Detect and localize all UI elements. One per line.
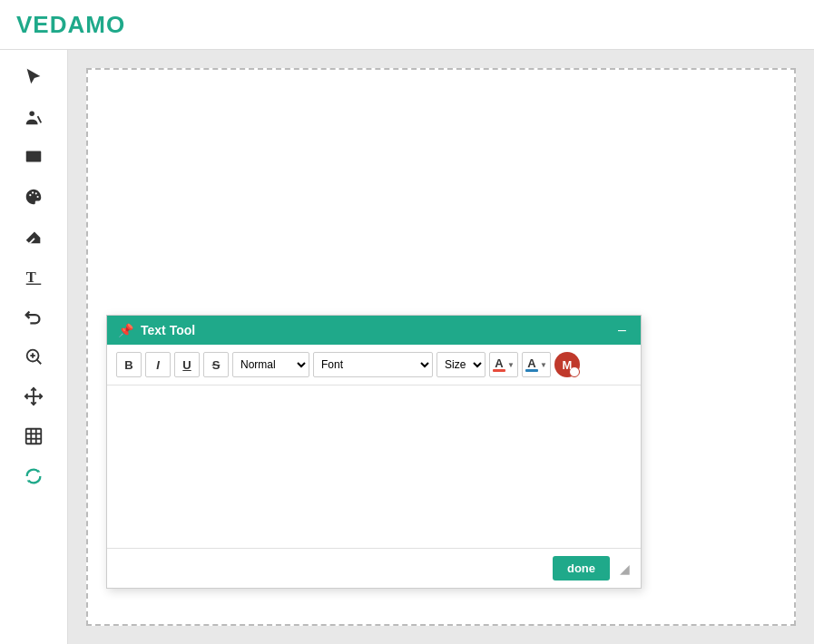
text-formatting-toolbar: B I U S Normal Heading 1 Heading 2 Headi…	[107, 345, 641, 385]
pin-icon: 📌	[118, 323, 133, 337]
avatar-label: M	[563, 358, 573, 372]
text-tool-title: Text Tool	[141, 323, 195, 337]
sync-tool[interactable]	[12, 458, 55, 494]
whiteboard[interactable]: 📌 Text Tool – B I U S Normal Heading 1 H…	[86, 68, 796, 626]
bg-color-button[interactable]: A ▼	[522, 352, 551, 377]
font-color-underline	[493, 369, 505, 372]
strikethrough-button[interactable]: S	[203, 352, 229, 377]
undo-tool[interactable]	[12, 298, 55, 335]
size-dropdown[interactable]: Size 8 10 12 14 16 18 24 36	[436, 352, 485, 377]
done-button[interactable]: done	[553, 556, 610, 581]
bg-color-chevron: ▼	[540, 361, 547, 369]
italic-button[interactable]: I	[145, 352, 171, 377]
user-avatar-button[interactable]: M	[554, 352, 580, 377]
paragraph-style-dropdown[interactable]: Normal Heading 1 Heading 2 Heading 3	[232, 352, 309, 377]
logo: VEDAMO	[16, 11, 125, 39]
eraser-tool[interactable]	[12, 219, 55, 255]
text-editor-area[interactable]	[107, 385, 641, 548]
bg-color-label: A	[527, 357, 535, 369]
svg-point-3	[32, 191, 34, 193]
minimize-button[interactable]: –	[614, 323, 630, 337]
bg-color-underline	[525, 369, 538, 372]
text-tool-btn[interactable]: T	[12, 259, 55, 295]
top-bar: VEDAMO	[0, 0, 814, 50]
palette-tool[interactable]	[12, 179, 55, 215]
text-editor-input[interactable]	[116, 395, 632, 535]
svg-rect-15	[26, 429, 42, 444]
pointer-tool[interactable]	[12, 99, 55, 135]
size-select[interactable]: Size 8 10 12 14 16 18 24 36	[437, 353, 485, 376]
zoom-tool[interactable]	[12, 338, 55, 375]
svg-rect-1	[26, 151, 42, 162]
svg-point-2	[29, 194, 31, 196]
left-toolbar: T	[0, 50, 68, 644]
font-dropdown[interactable]: Font Arial Times New Roman Courier New G…	[313, 352, 433, 377]
svg-point-5	[36, 196, 38, 198]
svg-point-0	[29, 112, 34, 116]
paragraph-style-select[interactable]: Normal Heading 1 Heading 2 Heading 3	[233, 353, 309, 376]
svg-point-4	[35, 192, 37, 194]
grid-tool[interactable]	[12, 418, 55, 454]
underline-button[interactable]: U	[174, 352, 200, 377]
font-select[interactable]: Font Arial Times New Roman Courier New G…	[314, 353, 432, 376]
font-color-chevron: ▼	[507, 361, 515, 369]
svg-line-10	[37, 360, 42, 365]
font-color-button[interactable]: A ▼	[489, 352, 518, 377]
bold-button[interactable]: B	[116, 352, 142, 377]
resize-handle[interactable]: ◢	[617, 561, 632, 576]
font-color-label: A	[495, 357, 503, 369]
text-tool-header: 📌 Text Tool –	[107, 316, 641, 345]
shape-tool[interactable]	[12, 139, 55, 175]
canvas-area: 📌 Text Tool – B I U S Normal Heading 1 H…	[68, 50, 814, 644]
select-tool[interactable]	[12, 59, 55, 95]
text-tool-footer: done ◢	[107, 548, 641, 588]
transform-tool[interactable]	[12, 378, 55, 415]
text-tool-dialog: 📌 Text Tool – B I U S Normal Heading 1 H…	[106, 315, 642, 589]
